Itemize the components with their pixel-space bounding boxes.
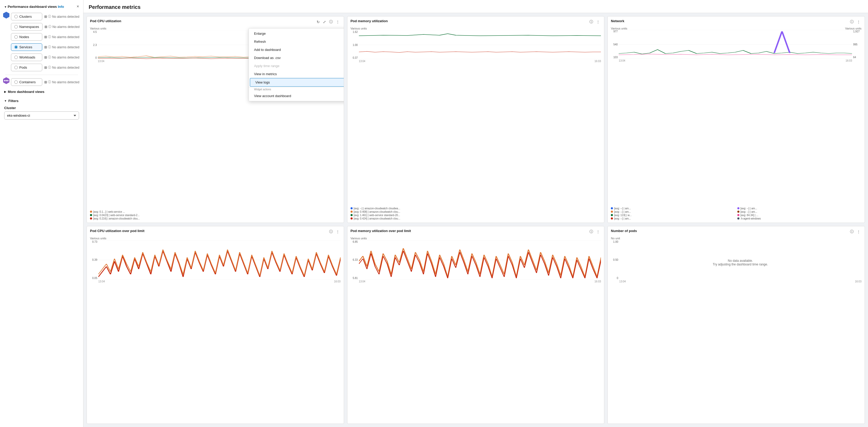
net-dot-4 xyxy=(737,210,739,213)
cluster-select[interactable]: eks-windows-ci xyxy=(4,111,79,119)
alarm-info-icon-ns: ⓘ xyxy=(48,25,51,29)
net-dot-2 xyxy=(737,207,739,209)
workloads-radio-input[interactable] xyxy=(14,56,18,59)
info-button[interactable]: Info xyxy=(58,5,64,9)
pods-radio-input[interactable] xyxy=(14,66,18,69)
info-button-mem[interactable]: ⓘ xyxy=(588,19,594,25)
menu-refresh[interactable]: Refresh xyxy=(249,37,344,46)
menu-enlarge[interactable]: Enlarge xyxy=(249,29,344,37)
alarm-dot-ns xyxy=(44,26,47,28)
info-button-cpu-lim[interactable]: ⓘ xyxy=(328,229,334,235)
close-button[interactable]: × xyxy=(77,4,79,9)
net-y-995: 995 xyxy=(853,43,862,46)
namespaces-radio[interactable]: Namespaces xyxy=(11,23,42,31)
workloads-radio[interactable]: Workloads xyxy=(11,54,42,61)
widget-pod-mem-limit: Pod memory utilization over pod limit ⓘ … xyxy=(347,226,604,424)
widget-network: Network ⓘ ⋮ Various units Various units … xyxy=(608,16,865,223)
mem-legend-2: [avg: 0.408] | amazon-cloudwatch clou... xyxy=(350,210,601,213)
hex-blue-icon xyxy=(3,11,10,19)
net-dot-8 xyxy=(737,218,739,220)
widget-pod-cpu-limit-header: Pod CPU utilization over pod limit ⓘ ⋮ xyxy=(87,226,344,236)
legend-item-3: [avg: 0.216] | amazon-cloudwatch clou... xyxy=(90,217,341,220)
widget-pod-cpu: Pod CPU utilization ↻ ⤢ ⓘ ⋮ Various unit… xyxy=(87,16,344,223)
namespaces-radio-input[interactable] xyxy=(14,25,18,28)
alarm-dot-wl xyxy=(44,56,47,59)
more-button-cpu[interactable]: ⋮ xyxy=(335,19,341,25)
more-views-expand-icon: ▶ xyxy=(4,90,6,93)
clusters-radio-input[interactable] xyxy=(14,15,18,18)
pods-x-start: 13:04 xyxy=(619,280,626,283)
expand-button[interactable]: ⤢ xyxy=(322,19,327,25)
widget-network-header: Network ⓘ ⋮ xyxy=(608,17,865,26)
widget-pod-cpu-limit-body: Various units 0.73 0.39 0.05 xyxy=(87,236,344,424)
net-y-label-right: Various units xyxy=(845,27,862,30)
net-legend-8: :h-agent-windows xyxy=(737,217,862,220)
info-button-cpu[interactable]: ⓘ xyxy=(328,19,334,25)
mem-legend-4: [avg: 0.424] | amazon-cloudwatch clou... xyxy=(350,217,601,220)
alarm-dot-ct xyxy=(44,81,47,84)
alarm-info-icon-pd: ⓘ xyxy=(48,65,51,70)
legend-dot-3 xyxy=(90,218,92,220)
cpulim-y-label: Various units xyxy=(90,237,341,240)
mem-legend-1: [avg: --] | amazon-cloudwatch cloudwa... xyxy=(350,207,601,210)
memlim-y-5.81: 5.81 xyxy=(350,277,358,280)
mem-legend-text-2: [avg: 0.408] | amazon-cloudwatch clou... xyxy=(354,210,400,213)
services-radio[interactable]: Services xyxy=(11,43,42,51)
net-y-1927: 1,927 xyxy=(853,30,862,33)
net-legend-7: [avg: --] | am... xyxy=(611,217,735,220)
net-x-end: 16:03 xyxy=(845,59,852,62)
namespaces-alarm: ⓘ No alarms detected xyxy=(44,25,80,29)
more-button-mem-lim[interactable]: ⋮ xyxy=(595,229,601,234)
pods-y-0.50: 0.50 xyxy=(611,258,618,261)
net-dot-1 xyxy=(611,207,613,209)
services-radio-input[interactable] xyxy=(14,46,18,49)
net-legend-3: [avg: --] | am... xyxy=(611,210,735,213)
nodes-radio[interactable]: Nodes xyxy=(11,33,42,41)
menu-add-dashboard[interactable]: Add to dashboard xyxy=(249,46,344,54)
info-button-net[interactable]: ⓘ xyxy=(849,19,855,25)
containers-radio[interactable]: Containers xyxy=(11,78,42,86)
page-title: Performance metrics xyxy=(89,4,863,10)
legend-dot-2 xyxy=(90,214,92,216)
net-text-7: [avg: --] | am... xyxy=(614,217,631,220)
legend-text-2: [avg: 0.0423] | web-service standard-2..… xyxy=(93,214,140,217)
cpulim-x-end: 16:03 xyxy=(334,280,341,283)
more-button-mem[interactable]: ⋮ xyxy=(595,19,601,25)
clusters-radio[interactable]: Clusters xyxy=(11,13,42,20)
cpulim-y-0.73: 0.73 xyxy=(90,240,97,243)
info-button-pods[interactable]: ⓘ xyxy=(849,229,855,235)
widget-pod-cpu-limit: Pod CPU utilization over pod limit ⓘ ⋮ V… xyxy=(87,226,344,424)
widget-pod-memory-body: Various units 1.62 1.00 0.37 xyxy=(347,26,604,206)
more-button-pods[interactable]: ⋮ xyxy=(856,229,862,234)
svg-point-2 xyxy=(4,80,5,81)
mem-y-label: Various units xyxy=(350,27,601,30)
more-button-net[interactable]: ⋮ xyxy=(856,19,862,25)
mem-legend-dot-3 xyxy=(350,214,352,216)
memlim-x-end: 16:03 xyxy=(594,280,601,283)
cpulim-x-start: 13:04 xyxy=(98,280,105,283)
more-button-cpu-lim[interactable]: ⋮ xyxy=(335,229,341,234)
legend-item-2: [avg: 0.0423] | web-service standard-2..… xyxy=(90,214,341,217)
cpu-y-4.5: 4.5 xyxy=(90,31,97,33)
widget-num-pods-body: No unit 1.00 0.50 0 No data available.Tr… xyxy=(608,236,865,424)
info-button-mem-lim[interactable]: ⓘ xyxy=(588,229,594,235)
memlim-y-6.85: 6.85 xyxy=(350,240,358,243)
containers-label: Containers xyxy=(19,80,36,84)
nodes-radio-input[interactable] xyxy=(14,35,18,39)
filters-expand-icon: ▼ xyxy=(4,99,7,102)
menu-view-logs[interactable]: View logs xyxy=(250,78,344,87)
containers-radio-input[interactable] xyxy=(14,80,18,84)
mem-legend-dot-1 xyxy=(350,207,352,209)
alarm-info-icon: ⓘ xyxy=(48,15,51,19)
menu-view-metrics[interactable]: View in metrics xyxy=(249,70,344,78)
menu-download-csv[interactable]: Download as .csv xyxy=(249,54,344,62)
main-content: Performance metrics Pod CPU utilization … xyxy=(84,0,868,427)
pods-radio[interactable]: Pods xyxy=(11,64,42,71)
filters-toggle[interactable]: ▼ Filters xyxy=(4,99,79,103)
net-dot-7 xyxy=(611,218,613,220)
refresh-button[interactable]: ↻ xyxy=(316,19,321,25)
more-views-toggle[interactable]: ▶ More dashboard views xyxy=(0,87,83,96)
nav-item-pods: Pods ⓘ No alarms detected xyxy=(11,62,81,73)
menu-view-account[interactable]: View account dashboard xyxy=(249,92,344,100)
widget-pod-cpu-limit-actions: ⓘ ⋮ xyxy=(328,229,341,235)
